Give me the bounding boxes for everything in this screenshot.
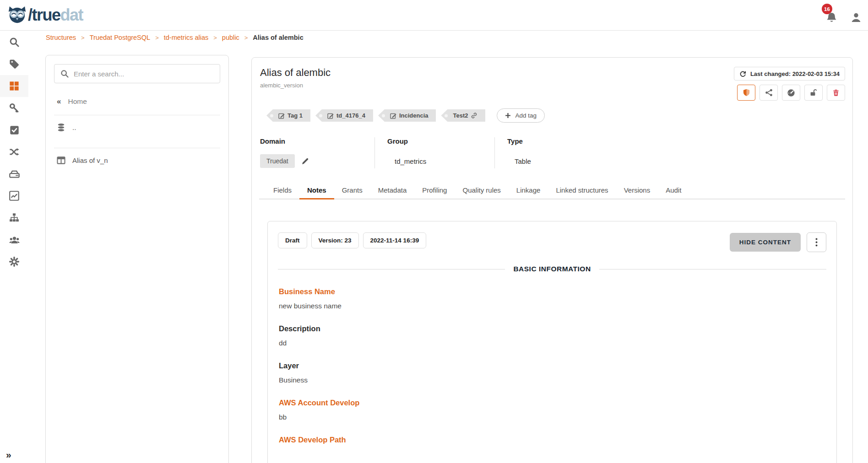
field-label: Description xyxy=(279,324,826,333)
key-icon[interactable] xyxy=(0,97,28,119)
bell-icon[interactable] xyxy=(826,12,838,24)
type-label: Type xyxy=(507,137,614,145)
field-value: new business name xyxy=(279,302,826,310)
unlock-icon[interactable] xyxy=(804,85,823,101)
add-tag-button[interactable]: Add tag xyxy=(497,108,545,123)
field-label: Layer xyxy=(279,361,826,370)
tab-quality-rules[interactable]: Quality rules xyxy=(455,182,508,199)
shuffle-icon[interactable] xyxy=(0,141,28,163)
hide-content-button[interactable]: HIDE CONTENT xyxy=(730,233,801,252)
section-title: BASIC INFORMATION xyxy=(278,265,826,273)
group-value: td_metrics xyxy=(395,157,426,165)
tags-row: Tag 1 td_4176_4 Incidencia Test2 xyxy=(266,108,845,123)
meta-domain: Domain Truedat xyxy=(260,137,374,168)
tag-label: Test2 xyxy=(453,112,468,119)
search-icon xyxy=(60,70,69,78)
refresh-icon xyxy=(739,70,746,77)
breadcrumb-link[interactable]: Truedat PostgreSQL xyxy=(90,34,150,41)
tag-label: td_4176_4 xyxy=(336,112,365,119)
tab-metadata[interactable]: Metadata xyxy=(370,182,415,199)
breadcrumb-link[interactable]: public xyxy=(222,34,239,41)
gauge-icon[interactable] xyxy=(782,85,800,101)
tab-fields[interactable]: Fields xyxy=(266,182,299,199)
group-label: Group xyxy=(387,137,494,145)
truedat-app: /truedat 16 Structures > Truedat Postgre… xyxy=(0,0,868,463)
tag-chip[interactable]: td_4176_4 xyxy=(315,109,373,122)
kebab-menu-icon[interactable] xyxy=(807,232,826,252)
tasks-icon[interactable] xyxy=(0,119,28,141)
tab-audit[interactable]: Audit xyxy=(658,182,689,199)
edit-domain-pencil-icon[interactable] xyxy=(301,157,309,165)
user-icon[interactable] xyxy=(851,12,862,23)
field-label: Business Name xyxy=(279,287,826,296)
chevron-double-left-icon: « xyxy=(57,97,61,106)
note-status-badge: Draft xyxy=(278,232,307,248)
breadcrumb-separator: > xyxy=(81,34,85,41)
tag-label: Incidencia xyxy=(399,112,429,119)
tab-linkage[interactable]: Linkage xyxy=(509,182,548,199)
shield-icon[interactable] xyxy=(737,85,755,101)
meta-group: Group td_metrics xyxy=(374,137,494,168)
catalog-grid-icon[interactable] xyxy=(0,75,28,97)
logo-wordmark: /truedat xyxy=(28,5,83,26)
note-version-badge: Version: 23 xyxy=(311,232,359,248)
tree-home-link[interactable]: « Home xyxy=(54,97,220,106)
title-block: Alias of alembic alembic_version xyxy=(260,67,331,89)
edit-icon xyxy=(327,113,334,119)
expand-sidebar-chevrons-icon[interactable]: » xyxy=(6,449,11,460)
page-subtitle: alembic_version xyxy=(260,82,331,89)
breadcrumb-separator: > xyxy=(155,34,159,41)
tag-chip[interactable]: Tag 1 xyxy=(266,109,310,122)
note-timestamp-badge: 2022-11-14 16:39 xyxy=(363,232,427,248)
last-changed-label: Last changed: 2022-02-03 15:34 xyxy=(750,70,840,77)
note-field: Layer Business xyxy=(278,361,826,384)
owl-icon xyxy=(6,4,28,26)
search-input[interactable] xyxy=(74,70,214,78)
domain-value-chip[interactable]: Truedat xyxy=(260,154,295,168)
edit-icon xyxy=(278,113,285,119)
tag-label: Tag 1 xyxy=(288,112,303,119)
add-tag-label: Add tag xyxy=(515,112,537,119)
trash-icon[interactable] xyxy=(827,85,845,101)
meta-type: Type Table xyxy=(494,137,614,168)
breadcrumb: Structures > Truedat PostgreSQL > td-met… xyxy=(46,34,304,41)
last-changed-button[interactable]: Last changed: 2022-02-03 15:34 xyxy=(734,67,845,81)
tag-chip[interactable]: Incidencia xyxy=(378,109,436,122)
breadcrumb-link[interactable]: td-metrics alias xyxy=(164,34,209,41)
meta-row: Domain Truedat Group td_metrics Type Tab… xyxy=(259,137,845,168)
note-panel: Draft Version: 23 2022-11-14 16:39 HIDE … xyxy=(267,221,837,463)
tab-notes[interactable]: Notes xyxy=(299,182,334,199)
storage-icon[interactable] xyxy=(0,163,28,185)
chart-icon[interactable] xyxy=(0,185,28,207)
field-label: AWS Account Develop xyxy=(279,398,826,407)
structure-detail-card: Alias of alembic alembic_version Last ch… xyxy=(251,57,853,463)
share-icon[interactable] xyxy=(760,85,778,101)
structure-actions xyxy=(737,85,845,101)
tab-bar: Fields Notes Grants Metadata Profiling Q… xyxy=(259,182,845,199)
plus-icon xyxy=(505,113,511,118)
breadcrumb-separator: > xyxy=(244,34,248,41)
tags-icon[interactable] xyxy=(0,53,28,75)
field-value: bb xyxy=(279,413,826,421)
note-field: Description dd xyxy=(278,324,826,347)
tag-chip[interactable]: Test2 xyxy=(441,109,485,122)
page-title: Alias of alembic xyxy=(260,67,331,79)
breadcrumb-current: Alias of alembic xyxy=(253,34,303,41)
truedat-logo[interactable]: /truedat xyxy=(6,4,83,26)
search-icon[interactable] xyxy=(0,31,28,53)
tree-search-box xyxy=(54,64,220,83)
link-icon xyxy=(471,112,477,119)
users-icon[interactable] xyxy=(0,229,28,251)
tab-profiling[interactable]: Profiling xyxy=(414,182,455,199)
tab-grants[interactable]: Grants xyxy=(334,182,370,199)
breadcrumb-separator: > xyxy=(213,34,217,41)
hierarchy-icon[interactable] xyxy=(0,207,28,229)
breadcrumb-link[interactable]: Structures xyxy=(46,34,76,41)
tab-linked-structures[interactable]: Linked structures xyxy=(548,182,616,199)
tree-item-label: .. xyxy=(72,124,76,131)
settings-icon[interactable] xyxy=(0,251,28,273)
field-value: Business xyxy=(279,376,826,384)
tree-item-structure[interactable]: Alias of v_n xyxy=(54,148,220,172)
tree-item-parent[interactable]: .. xyxy=(54,115,220,139)
tab-versions[interactable]: Versions xyxy=(616,182,658,199)
